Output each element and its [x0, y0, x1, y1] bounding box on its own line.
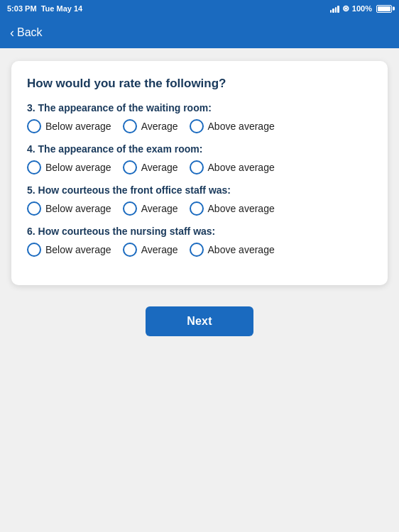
- radio-option-q2-o2[interactable]: Average: [123, 160, 178, 174]
- radio-circle-q1-o1[interactable]: [27, 119, 41, 133]
- status-bar: 5:03 PM Tue May 14 ⊛ 100%: [0, 0, 399, 17]
- radio-label-q4-o3: Above average: [208, 244, 275, 255]
- question-label-3: 5. How courteous the front office staff …: [27, 184, 372, 196]
- main-content: How would you rate the following? 3. The…: [0, 48, 399, 349]
- radio-label-q4-o2: Average: [141, 244, 178, 255]
- back-chevron-icon: ‹: [10, 26, 14, 39]
- nav-bar: ‹ Back: [0, 17, 399, 48]
- question-label-4: 6. How courteous the nursing staff was:: [27, 226, 372, 237]
- radio-circle-q4-o3[interactable]: [190, 243, 204, 257]
- radio-circle-q3-o1[interactable]: [27, 201, 41, 216]
- options-row-1: Below averageAverageAbove average: [27, 119, 372, 133]
- radio-circle-q4-o2[interactable]: [123, 243, 137, 257]
- radio-circle-q3-o3[interactable]: [190, 201, 204, 216]
- card-title: How would you rate the following?: [27, 77, 372, 91]
- status-time: 5:03 PM Tue May 14: [7, 4, 82, 13]
- radio-circle-q1-o2[interactable]: [123, 119, 137, 133]
- radio-label-q2-o1: Below average: [45, 162, 111, 173]
- radio-label-q3-o2: Average: [141, 203, 178, 214]
- radio-option-q3-o2[interactable]: Average: [123, 201, 178, 216]
- status-icons: ⊛ 100%: [330, 4, 392, 13]
- question-label-2: 4. The appearance of the exam room:: [27, 143, 372, 155]
- radio-label-q2-o3: Above average: [208, 162, 275, 173]
- question-block-3: 5. How courteous the front office staff …: [27, 184, 372, 216]
- radio-option-q4-o1[interactable]: Below average: [27, 243, 111, 257]
- radio-option-q3-o1[interactable]: Below average: [27, 201, 111, 216]
- survey-card: How would you rate the following? 3. The…: [11, 61, 388, 285]
- radio-circle-q3-o2[interactable]: [123, 201, 137, 216]
- radio-label-q3-o3: Above average: [208, 203, 275, 214]
- back-button[interactable]: ‹ Back: [10, 26, 43, 39]
- back-label: Back: [17, 26, 43, 39]
- signal-icon: [330, 4, 339, 13]
- radio-circle-q2-o3[interactable]: [190, 160, 204, 174]
- radio-option-q4-o3[interactable]: Above average: [190, 243, 275, 257]
- radio-label-q3-o1: Below average: [45, 203, 111, 214]
- radio-circle-q1-o3[interactable]: [190, 119, 204, 133]
- wifi-icon: ⊛: [342, 4, 349, 13]
- question-block-1: 3. The appearance of the waiting room:Be…: [27, 102, 372, 133]
- radio-label-q1-o1: Below average: [45, 121, 111, 132]
- radio-option-q4-o2[interactable]: Average: [123, 243, 178, 257]
- question-label-1: 3. The appearance of the waiting room:: [27, 102, 372, 113]
- radio-option-q1-o2[interactable]: Average: [123, 119, 178, 133]
- question-block-2: 4. The appearance of the exam room:Below…: [27, 143, 372, 174]
- radio-option-q1-o3[interactable]: Above average: [190, 119, 275, 133]
- battery-percent: 100%: [352, 4, 372, 13]
- options-row-2: Below averageAverageAbove average: [27, 160, 372, 174]
- next-btn-container: Next: [11, 306, 388, 336]
- radio-label-q2-o2: Average: [141, 162, 178, 173]
- radio-label-q1-o2: Average: [141, 121, 178, 132]
- radio-circle-q2-o1[interactable]: [27, 160, 41, 174]
- radio-circle-q2-o2[interactable]: [123, 160, 137, 174]
- question-block-4: 6. How courteous the nursing staff was:B…: [27, 226, 372, 257]
- radio-circle-q4-o1[interactable]: [27, 243, 41, 257]
- radio-label-q4-o1: Below average: [45, 244, 111, 255]
- battery-icon: [376, 5, 392, 13]
- options-row-4: Below averageAverageAbove average: [27, 243, 372, 257]
- options-row-3: Below averageAverageAbove average: [27, 201, 372, 216]
- radio-option-q1-o1[interactable]: Below average: [27, 119, 111, 133]
- radio-option-q2-o3[interactable]: Above average: [190, 160, 275, 174]
- radio-label-q1-o3: Above average: [208, 121, 275, 132]
- radio-option-q2-o1[interactable]: Below average: [27, 160, 111, 174]
- questions-container: 3. The appearance of the waiting room:Be…: [27, 102, 372, 257]
- next-button[interactable]: Next: [146, 306, 253, 336]
- radio-option-q3-o3[interactable]: Above average: [190, 201, 275, 216]
